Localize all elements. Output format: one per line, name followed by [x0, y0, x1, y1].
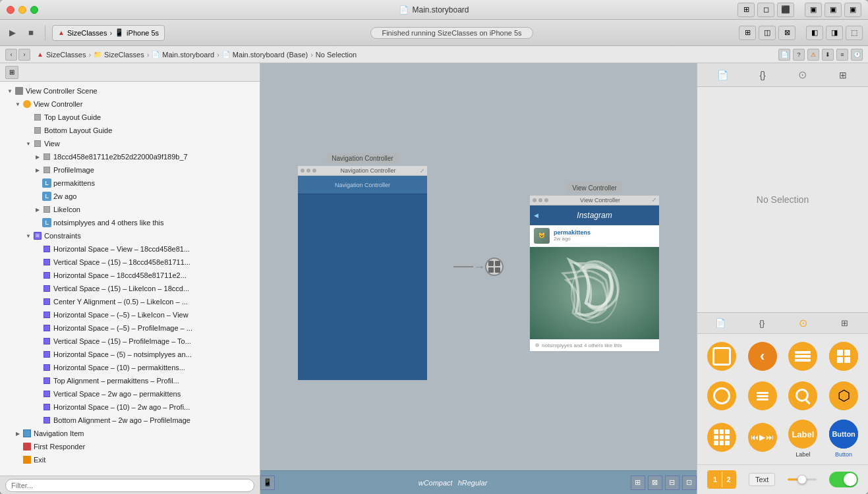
tree-item-c10[interactable]: Horizontal Space – (10) – permakittens..…	[0, 361, 260, 374]
breadcrumb-item-2[interactable]: 📁 SizeClasses	[94, 51, 144, 59]
obj-grid-item[interactable]	[701, 417, 742, 460]
minimize-button[interactable]	[18, 6, 26, 14]
breadcrumb-item-4[interactable]: 📄 Main.storyboard (Base)	[222, 51, 308, 59]
tree-item-c12[interactable]: Vertical Space – 2w ago – permakittens	[0, 387, 260, 400]
objlib-circle-icon[interactable]: ⊙	[793, 314, 814, 333]
tree-item-profile-image[interactable]: ▶ ProfileImage	[0, 163, 260, 177]
tree-item-view[interactable]: ▼ View	[0, 137, 260, 150]
version-editor-btn[interactable]: ⊠	[778, 26, 796, 40]
new-file-btn[interactable]: 📄	[778, 49, 790, 61]
status-zoom-out[interactable]: ⊟	[665, 476, 680, 490]
tree-item-c13[interactable]: Horizontal Space – (10) – 2w ago – Profi…	[0, 400, 260, 414]
obj-collection[interactable]	[823, 338, 864, 377]
tree-item-c14[interactable]: Bottom Alignment – 2w ago – ProfileImage	[0, 414, 260, 427]
obj-textfield[interactable]: Text	[746, 470, 778, 489]
tree-item-c7[interactable]: Horizontal Space – (–5) – ProfileImage –…	[0, 321, 260, 335]
tree-item-bottom-layout[interactable]: Bottom Layout Guide	[0, 124, 260, 137]
canvas-area[interactable]: Navigation Controller Navigation Control…	[260, 63, 697, 470]
tree-item-c8[interactable]: Vertical Space – (15) – ProfileImage – T…	[0, 335, 260, 348]
obj-container[interactable]	[701, 377, 742, 417]
scheme-selector[interactable]: ▲ SizeClasses › 📱 iPhone 5s	[52, 25, 165, 41]
stop-button[interactable]: ■	[24, 26, 38, 40]
hide-nav-btn[interactable]: ◧	[806, 26, 823, 40]
breadcrumb-item-1[interactable]: ▲ SizeClasses	[37, 51, 86, 59]
debug-panel-toggle[interactable]: ◻	[757, 3, 774, 17]
run-button[interactable]: ▶	[5, 26, 20, 40]
objlib-grid-icon[interactable]: ⊞	[834, 314, 855, 333]
titlebar: 📄 Main.storyboard ⊞ ◻ ⬛ ▣ ▣ ▣	[0, 0, 868, 20]
maximize-button[interactable]	[30, 6, 38, 14]
tree-item-c6[interactable]: Horizontal Space – (–5) – LikeIcon – Vie…	[0, 308, 260, 321]
tree-item-vc[interactable]: ▼ View Controller	[0, 97, 260, 111]
objlib-file-icon[interactable]: 📄	[710, 314, 731, 333]
tree-item-c2[interactable]: Vertical Space – (15) – 18ccd458e81711..…	[0, 256, 260, 269]
objlib-code-icon[interactable]: {}	[751, 314, 772, 333]
slider-icon	[788, 474, 817, 485]
tree-item-c5[interactable]: Center Y Alignment – (0.5) – LikeIcon – …	[0, 295, 260, 308]
code-editor-btn[interactable]: ⊞	[739, 26, 756, 40]
obj-label[interactable]: Label Label	[783, 417, 824, 460]
icon-permakittens: L	[42, 178, 51, 188]
hide-debug-btn[interactable]: ◨	[826, 26, 843, 40]
utility-panel-toggle[interactable]: ⬛	[777, 3, 794, 17]
tree-item-c11[interactable]: Top Alignment – permakittens – Profil...	[0, 374, 260, 387]
obj-slider[interactable]	[785, 472, 819, 487]
obj-view[interactable]	[701, 338, 742, 377]
breadcrumb-label-5: No Selection	[316, 51, 357, 59]
list-btn[interactable]: ≡	[836, 49, 848, 61]
tree-item-vc-scene[interactable]: ▼ View Controller Scene	[0, 84, 260, 97]
inspector-size-tab[interactable]: ⊞	[832, 66, 854, 84]
assistant-editor-btn[interactable]: ◫	[759, 26, 776, 40]
center-panel: Navigation Controller Navigation Control…	[260, 63, 697, 494]
tree-item-top-layout[interactable]: Top Layout Guide	[0, 111, 260, 124]
tree-view-toggle[interactable]: ⊞	[5, 66, 18, 79]
obj-table[interactable]	[783, 338, 824, 377]
tree-item-permakittens[interactable]: L permakittens	[0, 177, 260, 190]
clock-btn[interactable]: 🕐	[851, 49, 863, 61]
warning-btn[interactable]: ⚠	[807, 49, 819, 61]
obj-page-vc[interactable]	[742, 377, 783, 417]
obj-switch[interactable]	[826, 469, 861, 490]
tree-item-first-responder[interactable]: First Responder	[0, 440, 260, 453]
icon-c2	[42, 258, 51, 267]
close-button[interactable]	[7, 6, 14, 14]
obj-segmented[interactable]: 1 2	[705, 468, 739, 491]
obj-searchbar[interactable]	[783, 377, 824, 417]
arrow-down-btn[interactable]: ⬇	[822, 49, 834, 61]
obj-media[interactable]: ⏮ ▶ ⏭	[742, 417, 783, 460]
status-zoom-percent[interactable]: ⊡	[682, 476, 697, 490]
breadcrumb-forward[interactable]: ›	[18, 49, 30, 61]
tree-item-c9[interactable]: Horizontal Space – (5) – notsimplyyes an…	[0, 348, 260, 361]
obj-3d[interactable]: ⬡	[823, 377, 864, 417]
breadcrumb-item-3[interactable]: 📄 Main.storyboard	[152, 51, 214, 59]
tree-item-notsimplyyes[interactable]: L notsimplyyes and 4 others like this	[0, 216, 260, 229]
inspector-attributes-tab[interactable]: ⊙	[792, 66, 813, 84]
status-zoom-fit[interactable]: ⊠	[648, 476, 662, 490]
status-zoom-in[interactable]: ⊞	[631, 476, 645, 490]
tree-item-18ccd[interactable]: ▶ 18ccd458e81711e2b52d22000a9f189b_7	[0, 150, 260, 163]
tree-item-c1[interactable]: Horizontal Space – View – 18ccd458e81...	[0, 242, 260, 256]
tree-item-likeicon[interactable]: ▶ LikeIcon	[0, 203, 260, 216]
breadcrumb-icon-4: 📄	[222, 51, 230, 58]
status-left-btn[interactable]: 📱	[260, 476, 275, 490]
title-icon: 📄	[399, 5, 409, 14]
tree-item-c3[interactable]: Horizontal Space – 18ccd458e81711e2...	[0, 269, 260, 282]
tree-item-constraints-group[interactable]: ▼ ⊞ Constraints	[0, 229, 260, 242]
inspector-file-tab[interactable]: 📄	[712, 66, 733, 84]
obj-button[interactable]: Button Button	[823, 417, 864, 460]
tree-item-2w-ago[interactable]: L 2w ago	[0, 190, 260, 203]
navigator-panel-toggle[interactable]: ⊞	[738, 3, 755, 17]
tree-item-nav-item[interactable]: ▶ Navigation Item	[0, 427, 260, 440]
label-c10: Horizontal Space – (10) – permakittens..…	[53, 364, 185, 371]
left-panel-toggle[interactable]: ▣	[805, 3, 822, 17]
right-panel-toggle[interactable]: ▣	[844, 3, 861, 17]
bottom-panel-toggle[interactable]: ▣	[825, 3, 842, 17]
obj-back[interactable]: ‹	[742, 338, 783, 377]
inspector-code-tab[interactable]: {}	[752, 66, 773, 84]
tree-item-c4[interactable]: Vertical Space – (15) – LikeIcon – 18ccd…	[0, 282, 260, 295]
help-btn[interactable]: ?	[793, 49, 805, 61]
tree-item-exit[interactable]: Exit	[0, 453, 260, 466]
breadcrumb-back[interactable]: ‹	[5, 49, 17, 61]
hide-utility-btn[interactable]: ⬚	[846, 26, 863, 40]
filter-input[interactable]	[5, 479, 254, 492]
